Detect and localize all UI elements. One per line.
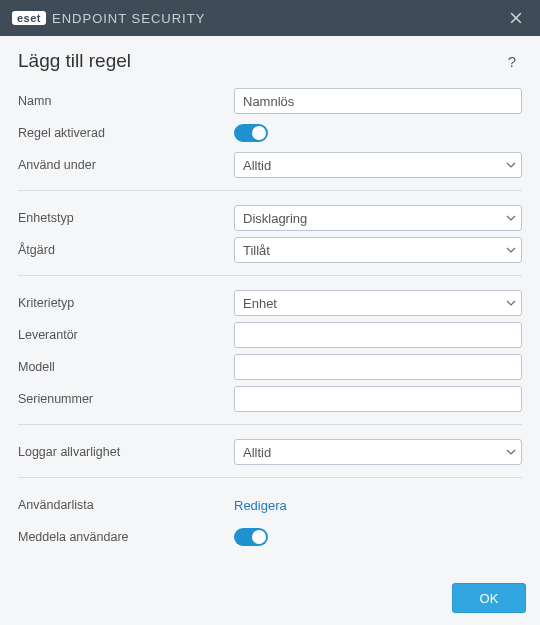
device-type-label: Enhetstyp <box>18 211 234 225</box>
brand-badge: eset <box>12 11 46 25</box>
vendor-input[interactable] <box>234 322 522 348</box>
notify-user-label: Meddela användare <box>18 530 234 544</box>
action-label: Åtgärd <box>18 243 234 257</box>
divider <box>18 275 522 276</box>
name-label: Namn <box>18 94 234 108</box>
criteria-type-select[interactable] <box>234 290 522 316</box>
rule-enabled-label: Regel aktiverad <box>18 126 234 140</box>
footer: OK <box>0 571 540 625</box>
action-select[interactable] <box>234 237 522 263</box>
log-severity-select[interactable] <box>234 439 522 465</box>
divider <box>18 190 522 191</box>
rule-enabled-toggle[interactable] <box>234 124 268 142</box>
log-severity-value[interactable] <box>234 439 522 465</box>
use-during-select[interactable] <box>234 152 522 178</box>
help-icon[interactable]: ? <box>502 51 522 72</box>
ok-button[interactable]: OK <box>452 583 526 613</box>
criteria-type-label: Kriterietyp <box>18 296 234 310</box>
serial-input[interactable] <box>234 386 522 412</box>
device-type-select[interactable] <box>234 205 522 231</box>
action-value[interactable] <box>234 237 522 263</box>
use-during-label: Använd under <box>18 158 234 172</box>
page-title: Lägg till regel <box>18 50 131 72</box>
titlebar: eset ENDPOINT SECURITY <box>0 0 540 36</box>
app-logo: eset ENDPOINT SECURITY <box>12 11 504 26</box>
notify-user-toggle[interactable] <box>234 528 268 546</box>
user-list-edit-link[interactable]: Redigera <box>234 498 287 513</box>
name-input[interactable] <box>234 88 522 114</box>
log-severity-label: Loggar allvarlighet <box>18 445 234 459</box>
divider <box>18 477 522 478</box>
vendor-label: Leverantör <box>18 328 234 342</box>
content-area: Lägg till regel ? Namn Regel aktiverad A… <box>0 36 540 568</box>
user-list-label: Användarlista <box>18 498 234 512</box>
model-input[interactable] <box>234 354 522 380</box>
use-during-value[interactable] <box>234 152 522 178</box>
close-icon[interactable] <box>504 6 528 30</box>
serial-label: Serienummer <box>18 392 234 406</box>
model-label: Modell <box>18 360 234 374</box>
device-type-value[interactable] <box>234 205 522 231</box>
criteria-type-value[interactable] <box>234 290 522 316</box>
divider <box>18 424 522 425</box>
product-name: ENDPOINT SECURITY <box>52 11 205 26</box>
